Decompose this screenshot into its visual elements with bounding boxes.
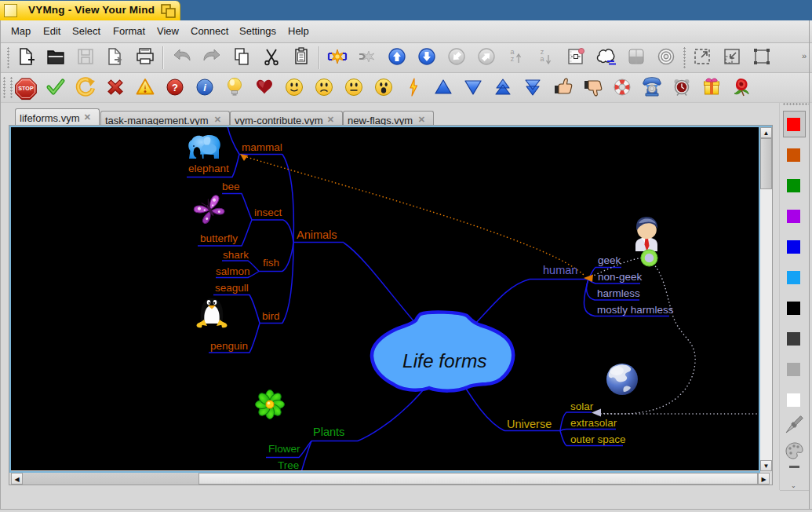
svg-text:Plants: Plants [313, 426, 344, 438]
svg-text:⌄: ⌄ [791, 482, 796, 489]
svg-text:insect: insect [254, 207, 282, 218]
svg-text:salmon: salmon [216, 265, 250, 277]
svg-text:shark: shark [223, 249, 249, 261]
svg-text:i: i [203, 82, 206, 93]
svg-text:solar: solar [570, 400, 594, 412]
svg-text:Life forms: Life forms [402, 350, 487, 371]
svg-text:?: ? [172, 82, 178, 93]
svg-text:Universe: Universe [507, 418, 552, 430]
svg-text:penguin: penguin [210, 340, 248, 352]
svg-text:bird: bird [262, 310, 280, 322]
svg-text:outer space: outer space [570, 433, 626, 445]
svg-text:harmless: harmless [597, 287, 640, 299]
svg-text:z: z [511, 55, 515, 63]
svg-text:fish: fish [263, 257, 279, 269]
svg-text:»: » [802, 51, 807, 60]
svg-text:Animals: Animals [297, 229, 337, 241]
svg-text:STOP: STOP [18, 85, 34, 92]
svg-text:seagull: seagull [215, 282, 249, 294]
svg-text:a: a [540, 55, 544, 63]
svg-text:extrasolar: extrasolar [570, 417, 617, 429]
svg-text:Flower: Flower [268, 443, 300, 455]
svg-text:non-geek: non-geek [598, 271, 643, 283]
svg-text:butterfly: butterfly [200, 232, 238, 244]
svg-text:elephant: elephant [188, 163, 229, 174]
svg-text:Tree: Tree [278, 459, 299, 470]
svg-text:mammal: mammal [242, 141, 282, 153]
svg-text:bee: bee [222, 181, 240, 192]
svg-text:geek: geek [598, 254, 621, 266]
svg-text:mostly harmless: mostly harmless [597, 304, 674, 316]
svg-text:human: human [543, 264, 577, 276]
